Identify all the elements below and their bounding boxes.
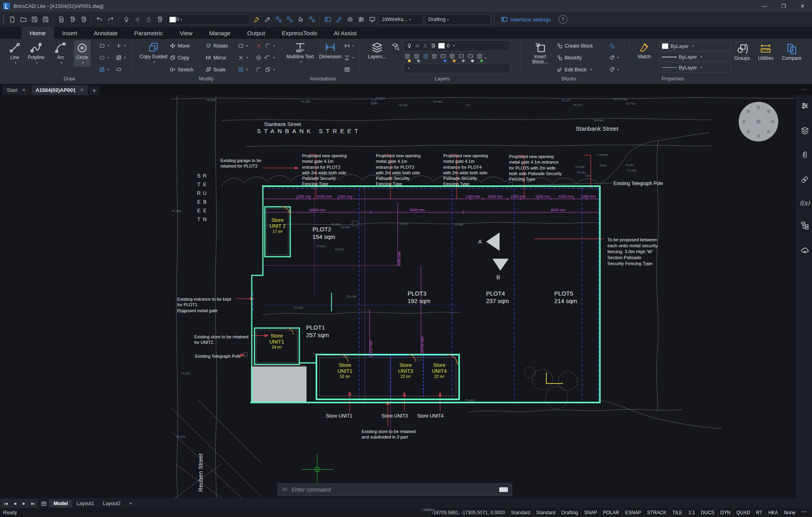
open-button[interactable] [18, 14, 29, 25]
status-toggle[interactable]: Standard [508, 508, 533, 517]
status-toggle[interactable]: -18705.5691, -17305.5071, 0.0000 [429, 508, 508, 517]
line-button[interactable]: Line [9, 42, 21, 65]
layout-tab[interactable]: Model [49, 500, 72, 507]
color-dropdown[interactable]: ByLayer [659, 41, 731, 51]
ribbon-tab[interactable]: View [171, 27, 201, 39]
match-properties-button-ribbon[interactable]: Match [633, 41, 656, 59]
status-toggle[interactable]: STRACK [644, 508, 669, 517]
status-toggle[interactable]: LOCKUI [419, 508, 439, 512]
select-window-button[interactable] [273, 14, 284, 25]
select-cursor-button[interactable] [295, 14, 306, 25]
dim-angle-button[interactable] [344, 55, 354, 61]
point-tool-button[interactable] [116, 43, 126, 49]
ribbon-tab[interactable]: AI Assist [326, 27, 365, 39]
layer-on-icon[interactable] [121, 14, 132, 25]
arc-button[interactable]: Arc [55, 42, 67, 65]
ribbon-tab[interactable]: Insert [54, 27, 86, 39]
attachments-panel-icon[interactable] [801, 151, 809, 161]
status-toggle[interactable]: SNAP [581, 508, 600, 517]
polyline-button[interactable]: Polyline [28, 42, 44, 65]
command-line[interactable]: ⠿⠿ Enter command [278, 483, 512, 496]
select-similar-button[interactable] [306, 14, 317, 25]
array2-tool-button[interactable] [238, 67, 248, 72]
minimize-button[interactable]: — [755, 0, 774, 12]
redo-button[interactable] [105, 14, 116, 25]
erase-tool-button[interactable] [256, 43, 262, 49]
layer-state-dropdown[interactable]: 0 [404, 40, 510, 51]
circle-button[interactable]: Circle [74, 40, 91, 67]
cloud-panel-icon[interactable] [801, 246, 809, 256]
display-button[interactable] [367, 14, 377, 25]
layout-nav-button[interactable]: ◀ [11, 500, 19, 507]
layer-tools-row[interactable] [404, 53, 486, 61]
multiline-text-button[interactable]: Multiline Text [285, 41, 316, 64]
trim-tool-button[interactable] [238, 55, 248, 61]
ribbon-tab[interactable]: Parametric [126, 27, 172, 39]
ribbon-tab[interactable]: Home [21, 27, 54, 39]
ribbon-tab[interactable]: Output [239, 27, 274, 39]
publish-button[interactable] [78, 14, 89, 25]
close-button[interactable]: ✕ [793, 0, 812, 12]
layer-search-button[interactable] [391, 42, 400, 51]
drawing-viewport[interactable]: Stanbank Street STANBANK STREET Stanbank… [0, 95, 797, 498]
status-toggle[interactable]: QUAD [733, 508, 753, 517]
dim-style-button[interactable] [344, 43, 354, 49]
stretch-button[interactable]: Stretch [170, 67, 193, 72]
dimension-button[interactable]: Dimension [317, 41, 343, 59]
settings-gear-button[interactable] [345, 14, 355, 25]
linetype-dropdown[interactable]: ByLayer [659, 52, 731, 62]
fillet-tool-button[interactable] [265, 43, 275, 49]
status-toggle[interactable]: HKA [765, 508, 781, 517]
copy-button[interactable]: Copy [170, 55, 189, 61]
title-bar[interactable]: BricsCAD Lite - [A1504(02)AP001.dwg] — ❐… [0, 0, 812, 12]
properties-panel-icon[interactable] [801, 101, 809, 112]
lineweight-dropdown[interactable]: ByLayer [659, 63, 731, 72]
ellipse-tool-button[interactable] [99, 55, 109, 61]
workspace-dropdown[interactable]: Drafting [425, 14, 491, 25]
utilities-button[interactable]: Utilities [758, 43, 774, 61]
block-attribute-button[interactable] [609, 55, 619, 61]
hatch2-tool-button[interactable] [99, 67, 109, 72]
break-tool-button[interactable] [265, 55, 275, 61]
maximize-button[interactable]: ❐ [774, 0, 793, 12]
keyboard-icon[interactable] [499, 487, 508, 492]
new-button[interactable] [7, 14, 17, 25]
close-tab-icon[interactable]: ✕ [22, 88, 25, 93]
navigation-compass[interactable] [737, 100, 780, 143]
render-materials-panel-icon[interactable] [801, 175, 809, 185]
blockify-button[interactable]: Blockify [557, 55, 582, 61]
visual-style-dropdown[interactable]: 2dWirefra... [379, 14, 423, 25]
save-button[interactable] [29, 14, 40, 25]
mirror-button[interactable]: Mirror [205, 55, 226, 61]
rotate-button[interactable]: Rotate [205, 43, 228, 49]
toolbar-grip[interactable] [3, 15, 4, 24]
start-tab[interactable]: Start✕ [2, 85, 30, 95]
drawing-tab[interactable]: A1504(02)AP001✕ [31, 85, 88, 95]
status-toggle[interactable]: POLAR [600, 508, 622, 517]
help-button[interactable]: ? [559, 15, 567, 24]
print-button[interactable] [67, 14, 78, 25]
drafting-tools-button[interactable] [333, 14, 344, 25]
resize-grip-icon[interactable] [798, 511, 809, 514]
move-button[interactable]: Move [170, 43, 190, 49]
copy-guided-button[interactable]: Copy Guided [140, 41, 167, 64]
ribbon-tab[interactable]: ExpressTools [274, 27, 326, 39]
revision-cloud-button[interactable] [116, 67, 122, 72]
status-toggle[interactable]: 1:1 [685, 508, 698, 517]
status-toggle[interactable]: DYN [717, 508, 733, 517]
status-toggle[interactable]: DUCS [698, 508, 717, 517]
layer-plot-icon[interactable] [154, 14, 165, 25]
status-toggle[interactable]: ESNAP [622, 508, 644, 517]
layers-button[interactable]: Layers... [364, 41, 390, 59]
layer-lock-icon[interactable] [143, 14, 154, 25]
fields-panel-icon[interactable]: f(x) [800, 200, 810, 207]
status-toggle[interactable]: None [781, 508, 798, 517]
scale-button[interactable]: Scale [205, 67, 226, 72]
hatch-tool-button[interactable] [116, 55, 126, 61]
panels-button[interactable] [322, 14, 333, 25]
layout-tab[interactable]: Layout1 [72, 500, 98, 507]
groups-button[interactable]: Groups [734, 43, 750, 61]
close-tab-icon[interactable]: ✕ [80, 88, 84, 93]
current-layer-dropdown[interactable]: 0 [166, 14, 250, 25]
ribbon-tab[interactable]: Manage [201, 27, 239, 39]
